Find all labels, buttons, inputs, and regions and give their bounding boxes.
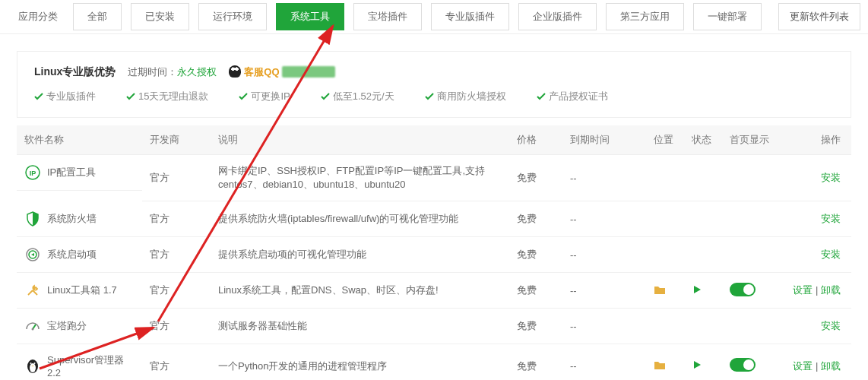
expire-cell: --	[562, 309, 646, 344]
tab-pro-plugins[interactable]: 专业版插件	[431, 3, 509, 30]
home-display-cell	[722, 344, 783, 381]
folder-icon[interactable]	[654, 361, 666, 372]
update-software-list-button[interactable]: 更新软件列表	[778, 3, 860, 30]
software-table: 软件名称 开发商 说明 价格 到期时间 位置 状态 首页显示 操作 IPIP配置…	[17, 125, 851, 380]
status-cell	[684, 309, 722, 344]
svg-point-7	[30, 363, 36, 372]
play-icon[interactable]	[692, 286, 702, 297]
status-cell	[684, 155, 722, 201]
expire-cell: --	[562, 155, 646, 201]
pro-promo-panel: Linux专业版优势 过期时间：永久授权 客服QQ 000 专业版插件 15天无…	[17, 51, 851, 118]
software-name[interactable]: Supervisor管理器 2.2	[47, 353, 135, 378]
price-cell: 免费	[509, 273, 562, 309]
tab-system-tools[interactable]: 系统工具	[276, 3, 344, 30]
col-home: 首页显示	[722, 125, 783, 155]
software-name[interactable]: 系统启动项	[47, 248, 97, 261]
software-name[interactable]: 宝塔跑分	[47, 319, 87, 333]
ip-icon: IP	[24, 164, 41, 181]
uninstall-link[interactable]: 卸载	[821, 360, 841, 372]
promo-title: Linux专业版优势	[34, 65, 116, 79]
table-row: 宝塔跑分官方测试服务器基础性能免费--安装	[17, 309, 851, 344]
col-dev: 开发商	[142, 125, 211, 155]
svg-point-5	[32, 328, 34, 330]
developer-cell: 官方	[142, 237, 211, 273]
home-display-toggle[interactable]	[730, 283, 756, 296]
folder-icon[interactable]	[654, 286, 666, 297]
penguin-icon	[24, 357, 41, 374]
position-cell	[646, 201, 684, 237]
position-cell	[646, 155, 684, 201]
col-name: 软件名称	[17, 125, 142, 155]
software-name[interactable]: 系统防火墙	[47, 212, 97, 226]
position-cell	[646, 273, 684, 309]
home-display-toggle[interactable]	[730, 358, 756, 372]
col-pos: 位置	[646, 125, 684, 155]
developer-cell: 官方	[142, 155, 211, 201]
operation-cell: 安装	[783, 309, 851, 344]
install-link[interactable]: 安装	[821, 249, 841, 260]
operation-cell: 设置 | 卸载	[783, 344, 851, 381]
home-display-cell	[722, 237, 783, 273]
tab-enterprise-plugins[interactable]: 企业版插件	[518, 3, 597, 30]
install-link[interactable]: 安装	[821, 172, 841, 183]
tab-all[interactable]: 全部	[73, 3, 122, 30]
support-qq[interactable]: 客服QQ 000	[229, 65, 335, 79]
home-display-cell	[722, 309, 783, 344]
description-cell: Linux系统工具，配置DNS、Swap、时区、内存盘!	[211, 273, 509, 309]
col-price: 价格	[509, 125, 562, 155]
support-qq-label: 客服QQ	[244, 66, 279, 78]
operation-cell: 安装	[783, 237, 851, 273]
position-cell	[646, 309, 684, 344]
software-name[interactable]: IP配置工具	[47, 166, 96, 179]
tab-installed[interactable]: 已安装	[131, 3, 189, 30]
tab-thirdparty[interactable]: 第三方应用	[606, 3, 684, 30]
status-cell	[684, 237, 722, 273]
uninstall-link[interactable]: 卸载	[821, 284, 841, 296]
expire-cell: --	[562, 273, 646, 309]
home-display-cell	[722, 201, 783, 237]
operation-cell: 设置 | 卸载	[783, 273, 851, 309]
status-cell	[684, 344, 722, 381]
settings-link[interactable]: 设置	[793, 284, 813, 296]
description-cell: 提供系统启动项的可视化管理功能	[211, 237, 509, 273]
home-display-cell	[722, 273, 783, 309]
col-status: 状态	[684, 125, 722, 155]
table-row: Linux工具箱 1.7官方Linux系统工具，配置DNS、Swap、时区、内存…	[17, 273, 851, 309]
software-name[interactable]: Linux工具箱 1.7	[47, 283, 117, 297]
category-tabs: 应用分类 全部 已安装 运行环境 系统工具 宝塔插件 专业版插件 企业版插件 第…	[0, 0, 868, 34]
svg-text:IP: IP	[30, 169, 36, 177]
description-cell: 一个Python开发的通用的进程管理程序	[211, 344, 509, 381]
price-cell: 免费	[509, 344, 562, 381]
developer-cell: 官方	[142, 201, 211, 237]
table-row: IPIP配置工具官方网卡绑定IP、SSH授权IP、FTP配置IP等IP一键配置工…	[17, 155, 851, 201]
qq-penguin-icon	[229, 65, 241, 78]
operation-cell: 安装	[783, 155, 851, 201]
settings-link[interactable]: 设置	[793, 360, 813, 372]
promo-feature: 专业版插件	[34, 90, 96, 103]
install-link[interactable]: 安装	[821, 213, 841, 224]
play-icon[interactable]	[692, 361, 702, 372]
description-cell: 网卡绑定IP、SSH授权IP、FTP配置IP等IP一键配置工具,支持centos…	[211, 155, 509, 201]
power-icon	[24, 246, 41, 263]
svg-point-9	[34, 363, 36, 364]
tab-baota-plugins[interactable]: 宝塔插件	[353, 3, 422, 30]
shield-icon	[24, 211, 41, 227]
status-cell	[684, 201, 722, 237]
position-cell	[646, 237, 684, 273]
tab-runtime[interactable]: 运行环境	[198, 3, 267, 30]
promo-feature-list: 专业版插件 15天无理由退款 可更换IP 低至1.52元/天 商用防火墙授权 产…	[34, 90, 834, 103]
promo-feature: 15天无理由退款	[126, 90, 208, 103]
expire-cell: --	[562, 237, 646, 273]
table-row: 系统启动项官方提供系统启动项的可视化管理功能免费--安装	[17, 237, 851, 273]
developer-cell: 官方	[142, 273, 211, 309]
col-desc: 说明	[211, 125, 509, 155]
tab-oneclick-deploy[interactable]: 一键部署	[693, 3, 762, 30]
home-display-cell	[722, 155, 783, 201]
support-qq-number-blurred: 000	[282, 66, 335, 78]
table-header-row: 软件名称 开发商 说明 价格 到期时间 位置 状态 首页显示 操作	[17, 125, 851, 155]
price-cell: 免费	[509, 237, 562, 273]
position-cell	[646, 344, 684, 381]
install-link[interactable]: 安装	[821, 320, 841, 331]
table-row: 系统防火墙官方提供系统防火墙(iptables/firewall/ufw)的可视…	[17, 201, 851, 237]
price-cell: 免费	[509, 309, 562, 344]
